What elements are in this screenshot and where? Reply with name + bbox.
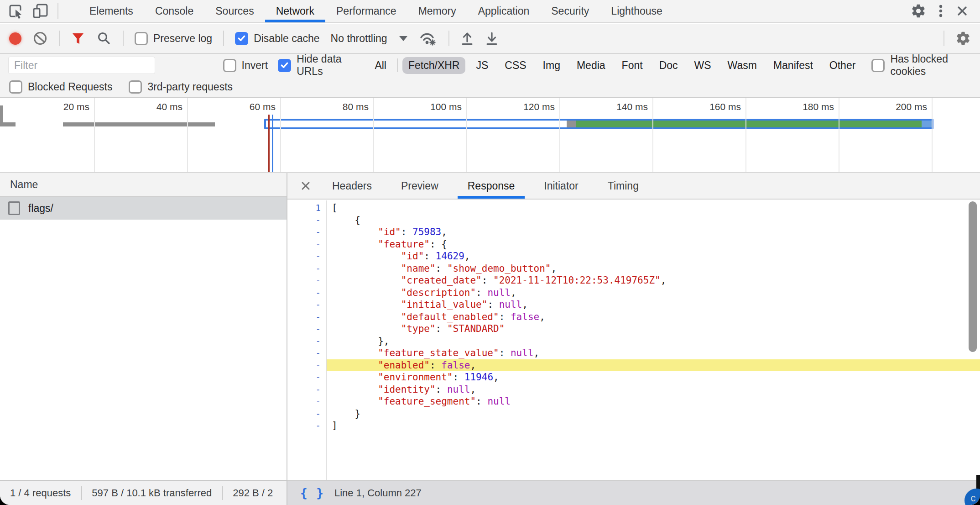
ruler-tick-label: 60 ms [207,101,276,112]
detail-tab-headers[interactable]: Headers [322,173,382,199]
type-filter-manifest[interactable]: Manifest [767,57,819,74]
request-bar-grey [63,122,215,126]
request-row-flags-[interactable]: flags/ [0,197,287,220]
disable-cache-checkbox[interactable]: Disable cache [235,32,319,45]
third-party-requests-label: 3rd-party requests [147,81,233,93]
code-line: - "feature": { [287,238,980,251]
domcontentloaded-marker [268,115,270,172]
code-text: } [327,408,980,420]
detail-tab-response[interactable]: Response [458,173,525,199]
type-filter-font[interactable]: Font [616,57,649,74]
type-filter-img[interactable]: Img [537,57,566,74]
tab-elements[interactable]: Elements [78,0,144,22]
ruler-tick-label: 200 ms [859,101,927,112]
checkbox[interactable] [235,32,248,45]
preserve-log-label: Preserve log [153,32,212,45]
throttling-select[interactable]: No throttling [331,32,407,45]
export-har-icon[interactable] [485,31,499,46]
preserve-log-checkbox[interactable]: Preserve log [135,32,212,45]
close-devtools-icon[interactable] [955,4,969,18]
throttling-value: No throttling [331,32,387,45]
blocked-requests-checkbox[interactable]: Blocked Requests [9,80,112,94]
checkbox[interactable] [129,80,142,94]
type-filter-media[interactable]: Media [571,57,611,74]
import-har-icon[interactable] [460,31,474,46]
network-summary: 1 / 4 requests597 B / 10.1 kB transferre… [0,480,287,505]
kebab-menu-icon[interactable] [938,3,944,19]
inspect-element-icon[interactable] [7,3,24,19]
type-filter-ws[interactable]: WS [688,57,717,74]
name-column-header[interactable]: Name [0,173,287,197]
detail-tab-initiator[interactable]: Initiator [534,173,588,199]
type-filter-wasm[interactable]: Wasm [722,57,763,74]
pretty-print-icon[interactable]: { } [300,486,324,500]
has-blocked-cookies-checkbox[interactable]: Has blocked cookies [871,53,972,78]
third-party-requests-checkbox[interactable]: 3rd-party requests [129,80,233,94]
code-text: "id": 14629, [327,250,980,263]
ruler-tick-label: 80 ms [300,101,369,112]
tab-memory[interactable]: Memory [407,0,467,22]
tab-application[interactable]: Application [467,0,541,22]
checkbox[interactable] [9,80,22,94]
type-filter-js[interactable]: JS [470,57,494,74]
chevron-down-icon [399,36,407,41]
detail-tabbar: HeadersPreviewResponseInitiatorTiming [287,173,980,200]
invert-checkbox[interactable]: Invert [223,59,268,72]
network-overview-timeline[interactable]: 20 ms40 ms60 ms80 ms100 ms120 ms140 ms16… [0,97,980,173]
type-filter-css[interactable]: CSS [499,57,532,74]
settings-gear-icon[interactable] [911,3,926,19]
file-icon [8,201,20,215]
ruler-gridline [373,98,374,172]
code-text: "id": 75983, [327,226,980,238]
code-text: "feature": { [327,238,980,251]
editor-status: { } Line 1, Column 227 [287,480,980,505]
type-filter-all[interactable]: All [369,57,392,74]
record-network-log-icon[interactable] [9,32,21,45]
has-blocked-cookies-label: Has blocked cookies [890,53,972,78]
tab-network[interactable]: Network [265,0,325,22]
code-line: - "id": 14629, [287,250,980,263]
code-line: - "name": "show_demo_button", [287,263,980,275]
invert-label: Invert [242,59,268,72]
code-line: - "description": null, [287,287,980,299]
type-filter-doc[interactable]: Doc [653,57,684,74]
search-icon[interactable] [96,31,112,46]
detail-tab-preview[interactable]: Preview [391,173,448,199]
checkbox[interactable] [135,32,148,45]
network-conditions-icon[interactable] [418,30,438,47]
network-settings-gear-icon[interactable] [955,31,971,46]
tab-security[interactable]: Security [540,0,600,22]
devtools-tabbar: ElementsConsoleSourcesNetworkPerformance… [0,0,980,23]
tab-performance[interactable]: Performance [325,0,407,22]
filter-input[interactable] [8,57,155,74]
device-toolbar-icon[interactable] [32,3,49,19]
type-filter-fetch-xhr[interactable]: Fetch/XHR [402,57,465,74]
network-toolbar: Preserve log Disable cache No throttling [0,24,980,54]
tab-console[interactable]: Console [144,0,204,22]
code-line: - "id": 75983, [287,226,980,238]
code-line: - }, [287,335,980,347]
ruler-tick-label: 120 ms [486,101,555,112]
status-item: 1 / 4 requests [0,487,81,499]
vertical-scrollbar[interactable] [969,201,977,352]
tab-lighthouse[interactable]: Lighthouse [600,0,673,22]
code-text: "name": "show_demo_button", [327,263,980,275]
code-line: - "initial_value": null, [287,299,980,311]
type-filter-other[interactable]: Other [824,57,862,74]
ruler-tick-label: 40 ms [114,101,182,112]
resource-type-filters: AllFetch/XHRJSCSSImgMediaFontDocWSWasmMa… [369,57,861,74]
checkbox[interactable] [278,59,291,72]
code-line: 1[ [287,202,980,214]
checkbox[interactable] [223,59,236,72]
filter-icon[interactable] [71,31,85,46]
response-code-viewer[interactable]: 1[- {- "id": 75983,- "feature": {- "id":… [287,200,980,480]
devtools-window: ElementsConsoleSourcesNetworkPerformance… [0,0,980,505]
hide-data-urls-checkbox[interactable]: Hide data URLs [278,53,359,78]
clear-network-log-icon[interactable] [32,31,48,46]
bar-segment-waiting [266,121,567,127]
divider [57,3,58,19]
close-detail-icon[interactable] [294,173,318,199]
detail-tab-timing[interactable]: Timing [598,173,649,199]
checkbox[interactable] [871,59,885,72]
tab-sources[interactable]: Sources [204,0,265,22]
